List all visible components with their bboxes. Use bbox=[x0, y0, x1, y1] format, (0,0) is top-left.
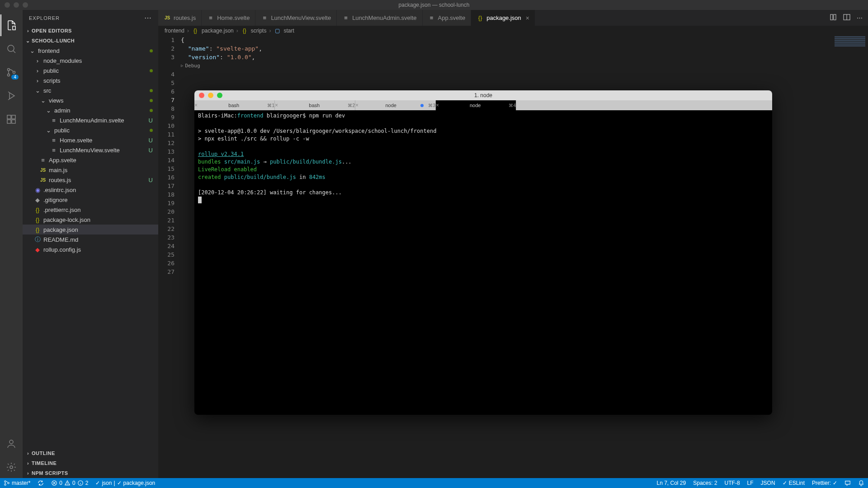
breadcrumb-file[interactable]: package.json bbox=[202, 28, 234, 34]
breadcrumb-symbol[interactable]: start bbox=[283, 28, 294, 34]
tab-lunchmenuadmin-svelte[interactable]: ≡LunchMenuAdmin.svelte bbox=[337, 10, 422, 26]
section-outline[interactable]: ›OUTLINE bbox=[23, 448, 158, 458]
status-problems[interactable]: 0 0 2 bbox=[47, 478, 92, 488]
tree-item-home-svelte[interactable]: ≡Home.svelteU bbox=[23, 135, 158, 145]
close-tab-icon[interactable]: × bbox=[275, 102, 278, 108]
title-bar: package.json — school-lunch bbox=[0, 0, 868, 10]
maximize-icon[interactable] bbox=[217, 93, 222, 98]
tree-item--eslintrc-json[interactable]: ◉.eslintrc.json bbox=[23, 185, 158, 195]
tree-item-public[interactable]: ›public bbox=[23, 66, 158, 75]
activity-settings[interactable] bbox=[0, 456, 22, 478]
status-eol[interactable]: LF bbox=[744, 478, 757, 488]
sidebar-more-icon[interactable]: ⋯ bbox=[144, 14, 152, 22]
status-lsp[interactable]: ✓ json | ✓ package.json bbox=[92, 478, 159, 488]
sidebar-title: EXPLORER bbox=[29, 15, 60, 21]
tree-item-routes-js[interactable]: JSroutes.jsU bbox=[23, 175, 158, 185]
terminal-tab-node[interactable]: ×node⌘3 bbox=[355, 100, 436, 110]
tree-item-app-svelte[interactable]: ≡App.svelte bbox=[23, 155, 158, 165]
split-editor-icon[interactable] bbox=[843, 14, 850, 22]
tree-item--gitignore[interactable]: ◆.gitignore bbox=[23, 195, 158, 205]
close-tab-icon[interactable]: × bbox=[194, 102, 198, 108]
activity-explorer[interactable] bbox=[0, 14, 22, 36]
minimize-icon[interactable] bbox=[208, 93, 213, 98]
maximize-window-icon[interactable] bbox=[23, 2, 28, 8]
section-workspace[interactable]: ⌄SCHOOL-LUNCH bbox=[23, 36, 158, 46]
tree-item-node-modules[interactable]: ›node_modules bbox=[23, 56, 158, 66]
tree-item-lunchmenuadmin-svelte[interactable]: ≡LunchMenuAdmin.svelteU bbox=[23, 115, 158, 125]
terminal-tab-label: bash bbox=[205, 103, 263, 108]
tree-item-scripts[interactable]: ›scripts bbox=[23, 75, 158, 85]
minimize-window-icon[interactable] bbox=[14, 2, 19, 8]
file-icon: JS bbox=[164, 15, 171, 20]
status-feedback[interactable] bbox=[841, 478, 854, 488]
tree-item-src[interactable]: ⌄src bbox=[23, 85, 158, 95]
tree-label: rollup.config.js bbox=[43, 246, 153, 253]
terminal-tab-bash[interactable]: ×bash⌘2 bbox=[275, 100, 355, 110]
tab-routes-js[interactable]: JSroutes.js bbox=[158, 10, 202, 26]
activity-account[interactable] bbox=[0, 433, 22, 455]
section-open-editors[interactable]: ›OPEN EDITORS bbox=[23, 26, 158, 36]
tree-item-rollup-config-js[interactable]: ◆rollup.config.js bbox=[23, 244, 158, 254]
activity-search[interactable] bbox=[0, 38, 22, 60]
tree-label: package-lock.json bbox=[43, 216, 153, 223]
status-sync[interactable] bbox=[34, 478, 47, 488]
tab-app-svelte[interactable]: ≡App.svelte bbox=[423, 10, 472, 26]
breadcrumbs[interactable]: frontend › {} package.json › {} scripts … bbox=[158, 26, 868, 36]
status-eslint[interactable]: ✓ESLint bbox=[779, 478, 808, 488]
tab-package-json[interactable]: {}package.json× bbox=[471, 10, 535, 26]
sidebar: EXPLORER ⋯ ›OPEN EDITORS ⌄SCHOOL-LUNCH ⌄… bbox=[23, 10, 158, 478]
tree-item-readme-md[interactable]: ⓘREADME.md bbox=[23, 235, 158, 244]
terminal-tab-node[interactable]: ×node⌘4 bbox=[436, 100, 516, 110]
line-number: 13 bbox=[158, 147, 175, 156]
section-timeline[interactable]: ›TIMELINE bbox=[23, 458, 158, 468]
activity-debug[interactable] bbox=[0, 85, 22, 107]
status-language[interactable]: JSON bbox=[757, 478, 779, 488]
minimap[interactable] bbox=[832, 36, 868, 58]
status-spaces[interactable]: Spaces: 2 bbox=[689, 478, 721, 488]
activity-extensions[interactable] bbox=[0, 108, 22, 130]
close-tab-icon[interactable]: × bbox=[526, 14, 529, 22]
tree-label: Home.svelte bbox=[60, 137, 149, 144]
file-icon: {} bbox=[33, 206, 42, 213]
tree-item-main-js[interactable]: JSmain.js bbox=[23, 165, 158, 175]
breadcrumb-symbol[interactable]: scripts bbox=[251, 28, 267, 34]
tree-item-package-lock-json[interactable]: {}package-lock.json bbox=[23, 215, 158, 225]
close-tab-icon[interactable]: × bbox=[355, 102, 359, 108]
svg-point-8 bbox=[9, 440, 13, 444]
editor-more-icon[interactable]: ⋯ bbox=[857, 14, 863, 21]
git-status-untracked: U bbox=[149, 147, 153, 154]
tree-item-package-json[interactable]: {}package.json bbox=[23, 225, 158, 235]
status-cursor[interactable]: Ln 7, Col 29 bbox=[653, 478, 690, 488]
tab-label: LunchMenuAdmin.svelte bbox=[352, 14, 416, 21]
status-branch[interactable]: master* bbox=[0, 478, 34, 488]
status-encoding[interactable]: UTF-8 bbox=[721, 478, 744, 488]
tree-item--prettierrc-json[interactable]: {}.prettierrc.json bbox=[23, 205, 158, 215]
tree-item-lunchmenuview-svelte[interactable]: ≡LunchMenuView.svelteU bbox=[23, 145, 158, 155]
editor-actions: ⋯ bbox=[824, 10, 868, 26]
terminal-tab-bash[interactable]: ×bash⌘1 bbox=[194, 100, 275, 110]
tab-lunchmenuview-svelte[interactable]: ≡LunchMenuView.svelte bbox=[255, 10, 337, 26]
tree-item-views[interactable]: ⌄views bbox=[23, 95, 158, 105]
breadcrumb-folder[interactable]: frontend bbox=[165, 28, 184, 34]
tree-item-admin[interactable]: ⌄admin bbox=[23, 105, 158, 115]
close-window-icon[interactable] bbox=[5, 2, 10, 8]
compare-changes-icon[interactable] bbox=[830, 14, 837, 22]
close-icon[interactable] bbox=[199, 93, 204, 98]
status-bell[interactable] bbox=[854, 478, 868, 488]
tree-label: admin bbox=[54, 107, 150, 114]
terminal-window[interactable]: 1. node ×bash⌘1×bash⌘2×node⌘3×node⌘4 Bla… bbox=[194, 90, 772, 415]
line-number: 15 bbox=[158, 164, 175, 173]
section-npm-scripts[interactable]: ›NPM SCRIPTS bbox=[23, 468, 158, 478]
terminal-title-bar[interactable]: 1. node bbox=[194, 90, 772, 100]
status-prettier[interactable]: Prettier: ✓ bbox=[808, 478, 841, 488]
terminal-tab-label: node bbox=[446, 103, 504, 108]
tree-item-frontend[interactable]: ⌄frontend bbox=[23, 46, 158, 56]
terminal-body[interactable]: Blairs-iMac:frontend blairgooger$ npm ru… bbox=[194, 110, 772, 415]
tree-label: .gitignore bbox=[43, 197, 153, 203]
activity-scm[interactable]: 4 bbox=[0, 61, 22, 83]
debug-codelens[interactable]: ▷Debug bbox=[181, 61, 868, 70]
tree-item-public[interactable]: ⌄public bbox=[23, 125, 158, 135]
close-tab-icon[interactable]: × bbox=[436, 102, 439, 108]
check-icon: ✓ bbox=[95, 480, 100, 486]
tab-home-svelte[interactable]: ≡Home.svelte bbox=[202, 10, 255, 26]
